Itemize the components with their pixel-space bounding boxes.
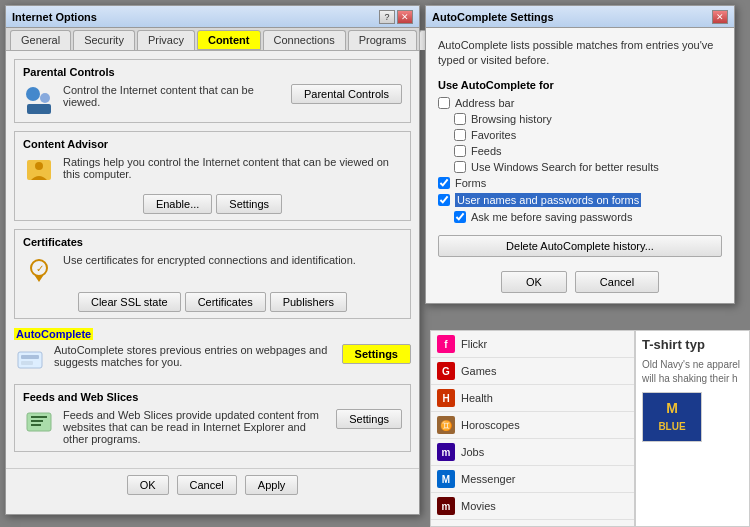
certificates-text: Use certificates for encrypted connectio… [63, 254, 402, 266]
flickr-label: Flickr [461, 338, 487, 350]
usernames-checkbox[interactable] [438, 194, 450, 206]
svg-point-1 [40, 93, 50, 103]
autocomplete-settings-window: AutoComplete Settings ✕ AutoComplete lis… [425, 5, 735, 304]
enable-button[interactable]: Enable... [143, 194, 212, 214]
tab-security[interactable]: Security [73, 30, 135, 50]
windows-search-label: Use Windows Search for better results [471, 161, 659, 173]
ask-me-row: Ask me before saving passwords [454, 211, 722, 223]
close-button[interactable]: ✕ [397, 10, 413, 24]
cancel-button[interactable]: Cancel [177, 475, 237, 495]
content-advisor-settings-button[interactable]: Settings [216, 194, 282, 214]
ac-titlebar-buttons: ✕ [712, 10, 728, 24]
bottom-buttons: OK Cancel Apply [6, 468, 419, 501]
feeds-section: Feeds and Web Slices Feeds and Web Slice… [14, 384, 411, 452]
jobs-label: Jobs [461, 446, 484, 458]
forms-checkbox[interactable] [438, 177, 450, 189]
favorites-checkbox[interactable] [454, 129, 466, 141]
messenger-icon: M [437, 470, 455, 488]
autocomplete-content: AutoComplete lists possible matches from… [426, 28, 734, 303]
list-item[interactable]: m Movies [431, 493, 634, 520]
autocomplete-text: AutoComplete stores previous entries on … [54, 344, 334, 368]
movies-icon: m [437, 497, 455, 515]
horoscopes-icon: ♊ [437, 416, 455, 434]
publishers-button[interactable]: Publishers [270, 292, 347, 312]
autocomplete-titlebar: AutoComplete Settings ✕ [426, 6, 734, 28]
messenger-label: Messenger [461, 473, 515, 485]
internet-options-titlebar: Internet Options ? ✕ [6, 6, 419, 28]
certificates-title: Certificates [23, 236, 402, 248]
svg-rect-2 [27, 104, 51, 114]
list-item[interactable]: M Messenger [431, 466, 634, 493]
ac-bottom-buttons: OK Cancel [438, 271, 722, 293]
horoscopes-label: Horoscopes [461, 419, 520, 431]
clear-ssl-button[interactable]: Clear SSL state [78, 292, 181, 312]
list-item[interactable]: m Jobs [431, 439, 634, 466]
windows-search-row: Use Windows Search for better results [454, 161, 722, 173]
autocomplete-label: AutoComplete [14, 328, 93, 340]
forms-row: Forms [438, 177, 722, 189]
window-content: Parental Controls Control the Internet c… [6, 51, 419, 468]
svg-rect-7 [18, 352, 42, 368]
parental-controls-icon [23, 84, 55, 116]
parental-controls-text: Control the Internet content that can be… [63, 84, 283, 108]
content-advisor-text: Ratings help you control the Internet co… [63, 156, 402, 180]
movies-label: Movies [461, 500, 496, 512]
autocomplete-description: AutoComplete lists possible matches from… [438, 38, 722, 69]
ad-image: MBLUE [642, 392, 702, 442]
browsing-history-checkbox[interactable] [454, 113, 466, 125]
games-label: Games [461, 365, 496, 377]
address-bar-row: Address bar [438, 97, 722, 109]
tab-general[interactable]: General [10, 30, 71, 50]
flickr-icon: f [437, 335, 455, 353]
browsing-history-label: Browsing history [471, 113, 552, 125]
ask-me-checkbox[interactable] [454, 211, 466, 223]
tab-content[interactable]: Content [197, 30, 261, 50]
jobs-icon: m [437, 443, 455, 461]
feed-list-panel: f Flickr G Games H Health ♊ Horoscopes m… [430, 330, 635, 527]
internet-options-title: Internet Options [12, 11, 97, 23]
browsing-history-row: Browsing history [454, 113, 722, 125]
delete-history-button[interactable]: Delete AutoComplete history... [438, 235, 722, 257]
games-icon: G [437, 362, 455, 380]
svg-rect-8 [21, 355, 39, 359]
health-icon: H [437, 389, 455, 407]
certificates-section: Certificates ✓ Use certificates for encr… [14, 229, 411, 319]
feeds-text: Feeds and Web Slices provide updated con… [63, 409, 328, 445]
parental-controls-button[interactable]: Parental Controls [291, 84, 402, 104]
address-bar-label: Address bar [455, 97, 514, 109]
autocomplete-settings-button[interactable]: Settings [342, 344, 411, 364]
list-item[interactable]: f Flickr [431, 331, 634, 358]
list-item[interactable]: ♊ Horoscopes [431, 412, 634, 439]
autocomplete-settings-title: AutoComplete Settings [432, 11, 554, 23]
windows-search-checkbox[interactable] [454, 161, 466, 173]
parental-controls-row: Control the Internet content that can be… [23, 84, 402, 116]
feeds-checkbox[interactable] [454, 145, 466, 157]
usernames-label: User names and passwords on forms [455, 193, 641, 207]
certificates-button[interactable]: Certificates [185, 292, 266, 312]
ad-text: Old Navy's ne apparel will ha shaking th… [642, 358, 743, 386]
ac-close-button[interactable]: ✕ [712, 10, 728, 24]
certificates-buttons: Clear SSL state Certificates Publishers [23, 292, 402, 312]
autocomplete-section: AutoComplete AutoComplete stores previou… [14, 327, 411, 376]
feeds-title: Feeds and Web Slices [23, 391, 402, 403]
list-item[interactable]: H Health [431, 385, 634, 412]
health-label: Health [461, 392, 493, 404]
svg-text:✓: ✓ [36, 263, 44, 274]
content-advisor-row: Ratings help you control the Internet co… [23, 156, 402, 188]
tab-programs[interactable]: Programs [348, 30, 418, 50]
ac-cancel-button[interactable]: Cancel [575, 271, 659, 293]
feeds-icon [23, 409, 55, 441]
tab-privacy[interactable]: Privacy [137, 30, 195, 50]
apply-button[interactable]: Apply [245, 475, 299, 495]
ac-ok-button[interactable]: OK [501, 271, 567, 293]
ad-image-text: MBLUE [658, 400, 685, 434]
address-bar-checkbox[interactable] [438, 97, 450, 109]
tabs-bar: General Security Privacy Content Connect… [6, 28, 419, 51]
ok-button[interactable]: OK [127, 475, 169, 495]
list-item[interactable]: G Games [431, 358, 634, 385]
help-button[interactable]: ? [379, 10, 395, 24]
favorites-label: Favorites [471, 129, 516, 141]
feeds-settings-button[interactable]: Settings [336, 409, 402, 429]
content-advisor-icon [23, 156, 55, 188]
tab-connections[interactable]: Connections [263, 30, 346, 50]
